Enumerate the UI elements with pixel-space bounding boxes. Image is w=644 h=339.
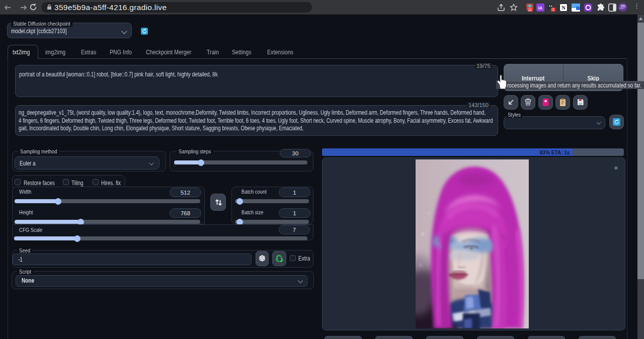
svg-text:1: 1 xyxy=(552,8,554,11)
svg-text:IA: IA xyxy=(538,6,543,11)
svg-text:N: N xyxy=(561,5,566,11)
svg-text:21: 21 xyxy=(528,8,532,12)
